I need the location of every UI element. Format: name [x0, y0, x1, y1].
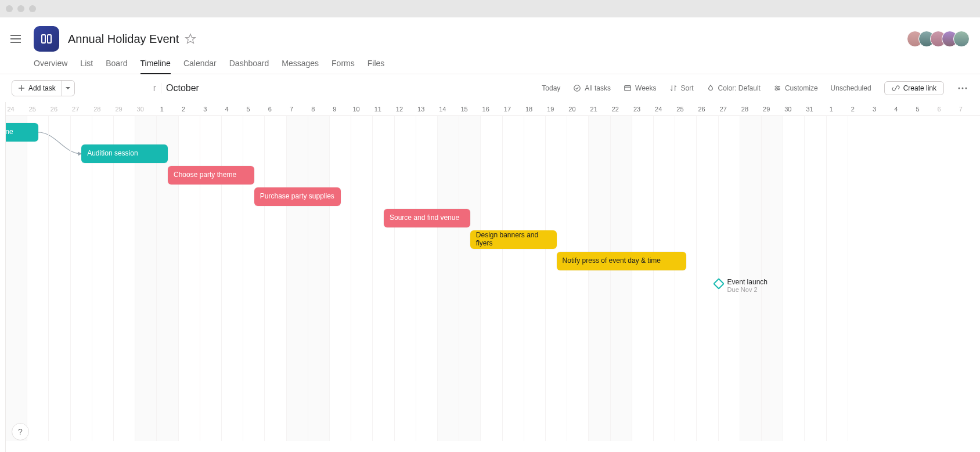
- date-cell: 25: [21, 102, 43, 115]
- grid-column: [179, 116, 200, 441]
- date-cell: 17: [496, 102, 518, 115]
- milestone[interactable]: Event launch Due Nov 2: [715, 278, 768, 293]
- star-button[interactable]: [185, 33, 196, 45]
- svg-point-8: [959, 88, 960, 89]
- grid-column: [265, 116, 286, 441]
- project-members[interactable]: [911, 31, 970, 47]
- tab-list[interactable]: List: [80, 59, 93, 74]
- traffic-zoom-icon[interactable]: [29, 5, 36, 12]
- sort-button[interactable]: Sort: [669, 84, 694, 92]
- grid-column: [287, 116, 308, 441]
- date-cell: 30: [129, 102, 151, 115]
- grid-column: [589, 116, 610, 441]
- date-cell: 1: [151, 102, 172, 115]
- grid-column: [654, 116, 675, 441]
- avatar[interactable]: [953, 31, 970, 47]
- date-cell: 22: [604, 102, 626, 115]
- date-cell: 27: [712, 102, 734, 115]
- date-cell: 2: [173, 102, 194, 115]
- milestone-label: Event launch: [727, 278, 768, 286]
- date-cell: 26: [43, 102, 64, 115]
- unscheduled-button[interactable]: Unscheduled: [831, 84, 871, 92]
- tab-messages[interactable]: Messages: [282, 59, 319, 74]
- grid-column: [459, 116, 481, 441]
- task-filter-dropdown[interactable]: All tasks: [573, 84, 611, 92]
- create-link-button[interactable]: Create link: [884, 81, 944, 95]
- sidebar-toggle-button[interactable]: [10, 31, 27, 47]
- task-bar[interactable]: Notify press of event day & time: [557, 252, 686, 270]
- date-cell: 28: [734, 102, 755, 115]
- date-cell: 12: [388, 102, 410, 115]
- traffic-minimize-icon[interactable]: [17, 5, 24, 12]
- grid-column: [6, 116, 27, 441]
- grid-column: [27, 116, 49, 441]
- add-task-button[interactable]: Add task: [12, 81, 62, 96]
- date-cell: 5: [907, 102, 928, 115]
- date-cell: 7: [280, 102, 302, 115]
- date-cell: 6: [259, 102, 280, 115]
- milestone-diamond-icon: [713, 278, 725, 290]
- tab-files[interactable]: Files: [368, 59, 385, 74]
- grid-column: [503, 116, 524, 441]
- date-cell: 29: [756, 102, 777, 115]
- window-chrome: [0, 0, 980, 17]
- date-cell: 4: [216, 102, 237, 115]
- task-bar[interactable]: Audition session: [81, 144, 168, 163]
- date-cell: 27: [65, 102, 87, 115]
- svg-rect-0: [42, 35, 45, 43]
- tab-forms[interactable]: Forms: [332, 59, 355, 74]
- traffic-close-icon[interactable]: [6, 5, 13, 12]
- customize-button[interactable]: Customize: [773, 84, 818, 92]
- grid-column: [157, 116, 178, 441]
- date-cell: 4: [885, 102, 907, 115]
- task-bar[interactable]: Purchase party supplies: [254, 187, 341, 206]
- add-task-label: Add task: [28, 84, 56, 92]
- project-icon: [34, 26, 59, 52]
- current-month-label: October: [166, 83, 199, 93]
- date-cell: 24: [648, 102, 669, 115]
- more-actions-button[interactable]: [957, 87, 968, 89]
- month-divider: [161, 83, 161, 93]
- grid-column: [71, 116, 92, 441]
- add-task-group: Add task: [12, 80, 75, 96]
- color-button[interactable]: Color: Default: [707, 84, 761, 92]
- grid-column: [524, 116, 546, 441]
- grid-column: [805, 116, 826, 441]
- add-task-dropdown[interactable]: [62, 81, 74, 96]
- grid-column: [351, 116, 373, 441]
- view-tabs: OverviewListBoardTimelineCalendarDashboa…: [0, 52, 980, 74]
- help-button[interactable]: ?: [12, 423, 29, 440]
- today-button[interactable]: Today: [542, 84, 560, 92]
- grid-column: [416, 116, 438, 441]
- task-bar[interactable]: Source and find venue: [384, 209, 470, 227]
- grid-column: [92, 116, 114, 441]
- prev-month-fragment: r: [153, 83, 156, 93]
- milestone-due: Due Nov 2: [727, 286, 768, 293]
- svg-point-7: [776, 89, 777, 91]
- date-cell: 20: [561, 102, 583, 115]
- date-cell: 21: [583, 102, 604, 115]
- date-cell: 26: [691, 102, 712, 115]
- zoom-dropdown[interactable]: Weeks: [624, 84, 656, 92]
- task-bar[interactable]: Design banners and flyers: [470, 230, 557, 249]
- timeline-gutter: [0, 102, 6, 452]
- task-bar[interactable]: Choose party theme: [168, 166, 254, 185]
- date-cell: 8: [302, 102, 324, 115]
- date-cell: 15: [453, 102, 475, 115]
- grid-column: [222, 116, 243, 441]
- tab-calendar[interactable]: Calendar: [183, 59, 217, 74]
- project-title[interactable]: Annual Holiday Event: [68, 32, 179, 46]
- tab-board[interactable]: Board: [106, 59, 127, 74]
- svg-rect-4: [625, 86, 631, 91]
- date-cell: 3: [194, 102, 216, 115]
- tab-overview[interactable]: Overview: [34, 59, 67, 74]
- grid-column: [632, 116, 654, 441]
- timeline-canvas[interactable]: Source talent to headlineAudition sessio…: [0, 116, 980, 441]
- tab-timeline[interactable]: Timeline: [140, 59, 171, 74]
- tab-dashboard[interactable]: Dashboard: [229, 59, 269, 74]
- grid-column: [373, 116, 394, 441]
- date-cell: 29: [108, 102, 129, 115]
- grid-column: [243, 116, 265, 441]
- grid-column: [395, 116, 416, 441]
- date-cell: 11: [367, 102, 388, 115]
